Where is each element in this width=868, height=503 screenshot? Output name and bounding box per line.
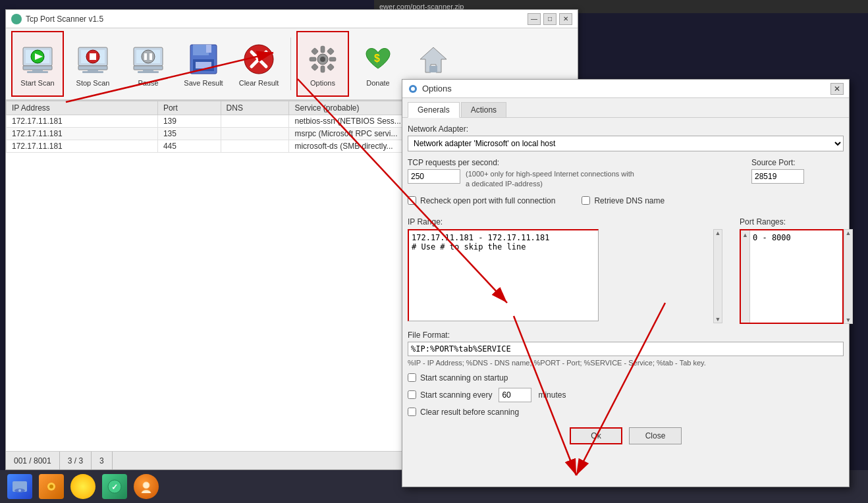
retrieve-dns-row: Retrieve DNS name (582, 196, 665, 205)
status-progress: 001 / 8001 (6, 452, 60, 469)
file-format-label: File Format: (408, 331, 844, 340)
svg-rect-38 (311, 63, 318, 70)
cell-dns (221, 128, 289, 140)
cell-dns (221, 140, 289, 153)
col-dns: DNS (221, 101, 289, 115)
stop-scan-label: Stop Scan (76, 79, 110, 87)
svg-point-19 (142, 50, 155, 63)
options-dialog: Options ✕ Generals Actions Network Adapt… (402, 79, 850, 487)
ip-range-scrollbar[interactable]: ▲ ▼ (713, 229, 722, 323)
stop-scan-button[interactable]: Stop Scan (67, 31, 119, 97)
cell-dns (221, 115, 289, 128)
clear-result-icon (240, 41, 277, 78)
source-port-col: Source Port: (751, 158, 844, 184)
taskbar-icon-1[interactable] (5, 472, 34, 501)
svg-point-54 (49, 485, 53, 489)
source-port-label: Source Port: (751, 158, 844, 167)
dialog-close-x-button[interactable]: ✕ (830, 83, 844, 95)
ranges-row: IP Range: 172.17.11.181 - 172.17.11.181 … (408, 217, 844, 324)
svg-rect-39 (327, 63, 334, 70)
clear-result-button[interactable]: Clear Result (232, 31, 285, 97)
pause-icon (130, 41, 167, 78)
port-up-arrow[interactable]: ▲ (742, 232, 748, 238)
file-format-input[interactable] (408, 342, 844, 356)
dialog-tabs: Generals Actions (402, 98, 849, 118)
recheck-row: Recheck open port with full connection (408, 196, 555, 205)
file-format-group: File Format: %IP - IP Address; %DNS - DN… (408, 331, 844, 367)
ip-range-col: IP Range: 172.17.11.181 - 172.17.11.181 … (408, 217, 713, 324)
cell-ip: 172.17.11.181 (7, 128, 158, 140)
tcp-col: TCP requests per second: (1000+ only for… (408, 158, 738, 190)
ip-range-label: IP Range: (408, 217, 713, 226)
svg-rect-26 (196, 62, 211, 68)
file-format-hint: %IP - IP Address; %DNS - DNS name; %PORT… (408, 359, 844, 367)
options-button[interactable]: Options (296, 31, 349, 97)
maximize-button[interactable]: □ (543, 13, 556, 25)
save-result-button[interactable]: Save Result (177, 31, 230, 97)
tab-actions[interactable]: Actions (461, 102, 506, 117)
svg-rect-36 (311, 47, 318, 55)
minimize-button[interactable]: — (528, 13, 541, 25)
start-on-startup-label: Start scanning on startup (420, 373, 508, 383)
checkboxes-row: Recheck open port with full connection R… (408, 196, 844, 211)
port-range-container: ▲ 0 - 8000 (740, 229, 844, 324)
ok-button[interactable]: Ok (570, 427, 622, 444)
close-button[interactable]: ✕ (559, 13, 572, 25)
svg-rect-2 (23, 66, 52, 70)
close-button-dialog[interactable]: Close (629, 427, 682, 444)
start-every-input[interactable] (499, 388, 531, 402)
dialog-footer: Ok Close (408, 422, 844, 450)
home-page-icon (415, 41, 452, 78)
app-icon (11, 14, 22, 24)
tcp-input[interactable] (408, 169, 460, 184)
app-titlebar: Tcp Port Scanner v1.5 — □ ✕ (6, 10, 578, 28)
svg-rect-20 (144, 53, 147, 60)
start-scan-button[interactable]: Start Scan (11, 31, 64, 97)
dialog-content-area: Network Adapter: Network adapter 'Micros… (402, 118, 849, 456)
port-ranges-textarea[interactable]: 0 - 8000 (750, 230, 842, 323)
port-ranges-wrapper: ▲ 0 - 8000 ▲ ▼ (740, 229, 844, 324)
svg-rect-32 (321, 46, 325, 53)
svg-rect-37 (327, 47, 334, 55)
source-port-input[interactable] (751, 169, 804, 184)
network-adapter-select[interactable]: Network adapter 'Microsoft' on local hos… (408, 136, 844, 151)
port-ranges-col: Port Ranges: ▲ 0 - 8000 ▲ ▼ (740, 217, 844, 324)
pause-button[interactable]: Pause (122, 31, 175, 97)
options-label: Options (310, 79, 335, 87)
taskbar-icon-4[interactable]: ✓ (100, 472, 129, 501)
donate-button[interactable]: $ Donate (352, 31, 404, 97)
tcp-input-row: (1000+ only for high-speed Internet conn… (408, 169, 738, 190)
tab-generals[interactable]: Generals (408, 102, 460, 118)
recheck-checkbox[interactable] (408, 196, 416, 205)
taskbar-icon-3[interactable] (68, 472, 97, 501)
col-ip: IP Address (7, 101, 158, 115)
retrieve-dns-checkbox[interactable] (582, 196, 590, 205)
port-range-scrollbar[interactable]: ▲ ▼ (844, 229, 853, 324)
gear-taskbar-icon (39, 474, 64, 499)
taskbar-icon-2[interactable] (37, 472, 66, 501)
cell-port: 445 (157, 140, 221, 153)
network-adapter-label: Network Adapter: (408, 124, 844, 134)
svg-rect-9 (78, 66, 107, 70)
cell-port: 135 (157, 128, 221, 140)
start-every-checkbox[interactable] (408, 390, 416, 399)
ip-range-textarea[interactable]: 172.17.11.181 - 172.17.11.181 # Use # to… (408, 229, 599, 321)
svg-point-57 (143, 482, 149, 489)
taskbar-icon-5[interactable] (132, 472, 161, 501)
clear-result-checkbox[interactable] (408, 408, 416, 416)
start-every-suffix: minutes (538, 390, 566, 400)
svg-rect-18 (138, 71, 159, 73)
dialog-titlebar: Options ✕ (402, 80, 849, 98)
port-range-arrows: ▲ (741, 230, 750, 323)
ip-range-wrapper: 172.17.11.181 - 172.17.11.181 # Use # to… (408, 229, 713, 323)
titlebar-controls: — □ ✕ (528, 13, 572, 25)
start-on-startup-checkbox[interactable] (408, 373, 416, 382)
orange-circle-icon (134, 474, 159, 499)
start-scan-icon (19, 41, 56, 78)
cell-ip: 172.17.11.181 (7, 115, 158, 128)
svg-text:✓: ✓ (111, 483, 118, 492)
start-every-row: Start scanning every minutes (408, 388, 844, 402)
svg-rect-35 (329, 57, 336, 61)
svg-rect-34 (310, 57, 316, 61)
start-scan-label: Start Scan (20, 79, 54, 87)
